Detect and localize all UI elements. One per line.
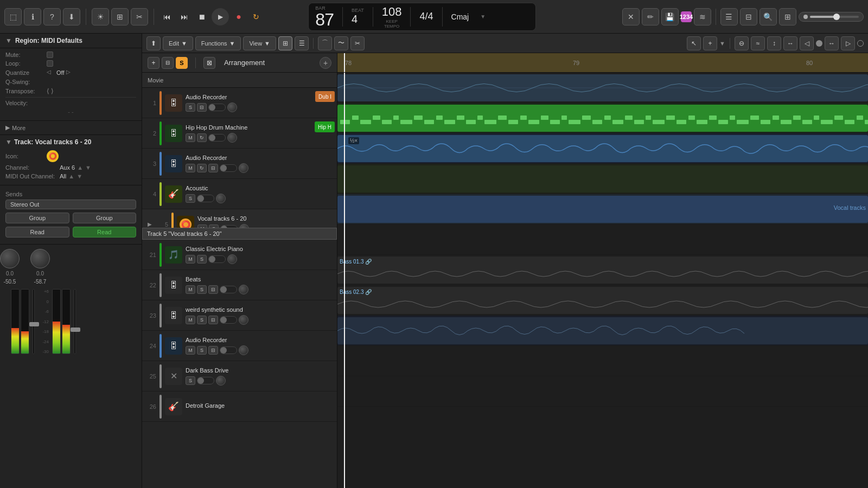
right-fader[interactable]	[74, 289, 76, 488]
track-row-2[interactable]: 2 🎛 Hip Hop Drum Machine M ↻ Hip H	[142, 118, 337, 149]
track-row-25[interactable]: 25 ✕ Dark Bass Drive S	[142, 361, 337, 391]
quantize-value[interactable]: Off	[56, 69, 64, 76]
track-toggle-2[interactable]	[208, 134, 226, 142]
transport-dropdown[interactable]: ▼	[477, 9, 488, 25]
mute-checkbox[interactable]	[47, 52, 53, 58]
track-toggle-22[interactable]	[220, 286, 237, 293]
key-display[interactable]: Cmaj	[451, 12, 469, 21]
left-fader[interactable]	[33, 289, 35, 488]
track-m-btn-22[interactable]: M	[186, 285, 195, 294]
stretch-btn[interactable]: ↔	[783, 36, 797, 50]
lcd-btn[interactable]: ☀	[92, 8, 109, 25]
flex-btn[interactable]: ⊞	[779, 8, 796, 25]
track-row-26[interactable]: 26 🎸 Detroit Garage	[142, 391, 337, 422]
track-collapse-btn[interactable]: ▼	[5, 138, 12, 146]
midi-out-down-btn[interactable]: ▼	[76, 173, 82, 179]
scissors-tool-btn[interactable]: ✂	[350, 36, 365, 50]
track-midi-out-btn-24[interactable]: ⊟	[208, 346, 218, 355]
floppy-btn[interactable]: 💾	[661, 8, 679, 25]
track-knob-21[interactable]	[227, 254, 237, 264]
track-knob-22[interactable]	[239, 285, 248, 294]
arrangement-icon-btn[interactable]: ⊟	[162, 57, 174, 69]
track-s-btn-21[interactable]: S	[197, 255, 207, 264]
track-knob-3[interactable]	[239, 163, 248, 173]
waveform-btn[interactable]: ≈	[751, 36, 765, 50]
track-toggle-4[interactable]	[197, 195, 214, 202]
grid-right-btn[interactable]: ▷	[841, 36, 855, 50]
clip-4[interactable]	[337, 165, 868, 192]
track-knob-4[interactable]	[216, 194, 226, 203]
track-midi-btn-22[interactable]: ⊟	[208, 285, 218, 294]
midi-btn[interactable]: ⊟	[740, 8, 757, 25]
track-s-btn-25[interactable]: S	[186, 376, 195, 385]
stereo-out-btn[interactable]: Stereo Out	[5, 200, 136, 209]
clip-22[interactable]: Bass 01.3 🔗	[337, 256, 868, 284]
volume-handle[interactable]	[833, 14, 840, 20]
list-view-btn-2[interactable]: ☰	[295, 36, 309, 50]
rewind-btn[interactable]: ⏮	[159, 9, 175, 24]
mixer-btn[interactable]: ⊞	[111, 8, 129, 25]
track-s-btn-23[interactable]: S	[197, 316, 207, 324]
fader-handle-l[interactable]	[29, 322, 39, 326]
track-loop-btn-3[interactable]: ↻	[197, 164, 207, 172]
track-toggle-21[interactable]	[208, 255, 226, 263]
close-btn[interactable]: ✕	[622, 8, 640, 25]
fader-track-r[interactable]	[74, 289, 76, 354]
track-midi-btn-3[interactable]: ⊟	[208, 164, 218, 172]
track-toggle-25[interactable]	[197, 377, 214, 384]
track-knob-2[interactable]	[227, 133, 237, 143]
play-btn[interactable]: ▶	[212, 8, 229, 25]
quantize-prev-btn[interactable]: ◁	[47, 69, 54, 76]
track-s-btn-24[interactable]: S	[197, 346, 207, 355]
clip-23[interactable]: Bass 02.3 🔗	[337, 287, 868, 314]
track-toggle-23[interactable]	[220, 316, 237, 324]
clip-5[interactable]: Vocal tracks	[337, 196, 868, 223]
curve-tool-btn[interactable]: ⌒	[318, 36, 332, 50]
track-midi-btn-23[interactable]: ⊟	[208, 316, 218, 324]
more-section[interactable]: ▶ More	[0, 121, 142, 135]
functions-menu-btn[interactable]: Functions ▼	[195, 36, 241, 50]
pan-knob-left[interactable]	[0, 249, 20, 268]
beat-display[interactable]: BEAT 4	[352, 8, 364, 25]
volume-track[interactable]	[810, 16, 859, 18]
timeline-ruler[interactable]: 78 79 80	[337, 53, 868, 73]
collapse-all-btn[interactable]: ⬆	[146, 36, 161, 50]
track-s-btn-22[interactable]: S	[197, 285, 207, 294]
grid-view-btn[interactable]: ⊞	[278, 36, 292, 50]
group-btn-left[interactable]: Group	[5, 213, 69, 223]
channel-down-btn[interactable]: ▼	[85, 164, 91, 171]
fast-forward-btn[interactable]: ⏭	[177, 9, 192, 24]
track-toggle-24[interactable]	[220, 346, 237, 354]
track-knob-23[interactable]	[239, 315, 248, 325]
track-row-5[interactable]: ▶ 5 ⭕ Vocal tracks 6 - 20 M S	[142, 209, 337, 240]
midi-out-up-btn[interactable]: ▲	[68, 173, 74, 179]
read-btn-right[interactable]: Read	[73, 227, 137, 237]
fader-handle-r[interactable]	[71, 328, 80, 332]
transpose-arrows[interactable]: ⟨ ⟩	[47, 87, 54, 95]
eq-btn[interactable]: ≋	[694, 8, 711, 25]
wave-tool-btn[interactable]: 〜	[334, 36, 348, 50]
track-s-btn-4[interactable]: S	[186, 194, 195, 203]
arrangement-add-btn[interactable]: +	[148, 57, 159, 69]
track-toggle-3[interactable]	[220, 164, 237, 172]
track-row-4[interactable]: 4 🎸 Acoustic S	[142, 179, 337, 209]
track-icon-preview[interactable]: ⭕	[47, 150, 59, 162]
timesig-display[interactable]: 4/4	[419, 11, 433, 22]
track-loop-btn-2[interactable]: ↻	[197, 133, 207, 142]
pointer-tool-btn[interactable]: ↖	[687, 36, 701, 50]
loop-checkbox[interactable]	[47, 60, 53, 67]
plus-tool-btn[interactable]: +	[703, 36, 717, 50]
pencil-btn[interactable]: ✏	[642, 8, 659, 25]
arrangement-capture-btn[interactable]: ⊠	[203, 57, 215, 69]
track-row-24[interactable]: 24 🎛 Audio Recorder M S ⊟	[142, 331, 337, 361]
track-knob-1[interactable]	[227, 102, 237, 112]
channel-up-btn[interactable]: ▲	[77, 164, 83, 171]
track-knob-24[interactable]	[239, 345, 248, 355]
track-row-23[interactable]: 23 🎛 weird synthetic sound M S ⊟	[142, 300, 337, 331]
info-btn[interactable]: ℹ	[24, 8, 41, 25]
scissors-btn[interactable]: ✂	[131, 8, 148, 25]
group-btn-right[interactable]: Group	[73, 213, 137, 223]
search-btn[interactable]: 🔍	[760, 8, 777, 25]
fit-width-btn[interactable]: ↔	[825, 36, 839, 50]
edit-menu-btn[interactable]: Edit ▼	[163, 36, 193, 50]
